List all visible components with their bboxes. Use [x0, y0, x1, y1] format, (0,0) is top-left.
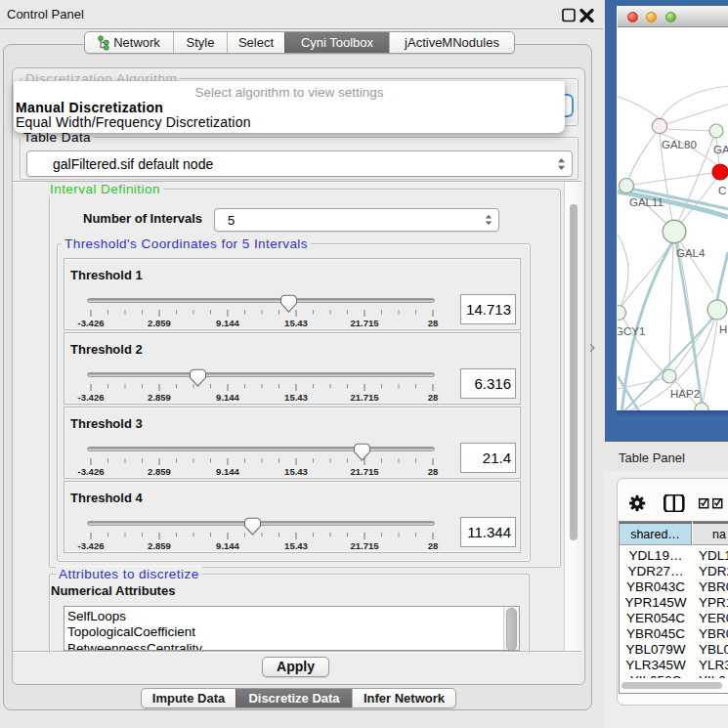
svg-text:C: C	[718, 185, 726, 196]
svg-text:GAL11: GAL11	[629, 196, 664, 208]
svg-text:HAP2: HAP2	[670, 388, 700, 400]
svg-text:GAL80: GAL80	[662, 139, 697, 150]
svg-text:GA: GA	[713, 144, 728, 155]
svg-text:GCY1: GCY1	[618, 325, 645, 337]
svg-text:GAL4: GAL4	[676, 247, 706, 259]
svg-text:H: H	[719, 323, 727, 335]
